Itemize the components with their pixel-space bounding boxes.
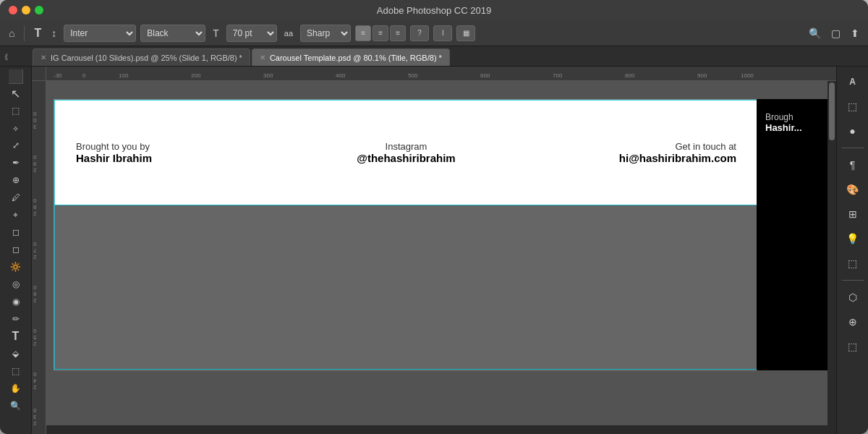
zoom-tool[interactable]: 🔍: [5, 398, 27, 414]
footer-col1-value: Hashir Ibrahim: [76, 152, 296, 164]
close-button[interactable]: [9, 6, 17, 14]
right-divider-2: [842, 280, 864, 281]
main-area: ↖ ⬚ ⟡ ⤢ ✒ ⊕ 🖊 ⌖ ◻ ◻ 🔆 ◎ ◉ ✏ T ⬙ ⬚ ✋ 🔍: [0, 67, 868, 434]
slide-canvas: Brought to you by Hashir Ibrahim Instagr…: [54, 99, 759, 370]
ruler-mark-neg30: -30: [54, 72, 62, 79]
ruler-mark-600: 600: [480, 72, 490, 79]
tab-ig-carousel[interactable]: ✕ IG Carousel (10 Slides).psd @ 25% (Sli…: [33, 48, 250, 66]
hand-tool[interactable]: ✋: [5, 380, 27, 396]
align-center-button[interactable]: ≡: [373, 25, 388, 41]
footer-col3-value: hi@hashiribrahim.com: [516, 152, 736, 164]
settings-icon[interactable]: ⬚: [843, 337, 862, 356]
eraser-tool[interactable]: ◻: [5, 242, 27, 258]
titlebar: Adobe Photoshop CC 2019: [0, 0, 868, 20]
fullscreen-button[interactable]: [35, 6, 43, 14]
grid-icon[interactable]: ⊞: [843, 205, 862, 224]
slide-top-section: Brought to you by Hashir Ibrahim Instagr…: [54, 100, 758, 205]
blur-tool[interactable]: ◎: [5, 276, 27, 292]
slide-bottom-section: [54, 205, 758, 371]
ruler-mark-300: 300: [263, 72, 273, 79]
dodge-tool[interactable]: ◉: [5, 294, 27, 310]
ruler-vert-mark-240: 240: [33, 371, 36, 391]
color-icon[interactable]: 🎨: [843, 180, 862, 199]
font-size-select[interactable]: 70 pt: [226, 25, 277, 42]
canvas-content: Brought to you by Hashir Ibrahim Instagr…: [46, 81, 836, 434]
footer-col2-value: @thehashiribrahim: [296, 152, 516, 164]
shape-tool[interactable]: ⬚: [5, 363, 27, 379]
crop-tool[interactable]: ⤢: [5, 137, 27, 153]
tabs-bar: ⟪ ✕ IG Carousel (10 Slides).psd @ 25% (S…: [0, 46, 868, 67]
font-color-select[interactable]: Black: [140, 25, 205, 42]
traffic-lights: [9, 6, 43, 14]
right-sidebar: A ⬚ ● ¶ 🎨 ⊞ 💡 ⬚ ⬡ ⊕ ⬚: [836, 67, 868, 434]
history-tool[interactable]: ◻: [5, 224, 27, 240]
adjustments-icon[interactable]: ●: [843, 122, 862, 140]
ruler-mark-200: 200: [191, 72, 200, 79]
footer-col2-label: Instagram: [296, 141, 516, 152]
ruler-vert-mark-230: 230: [33, 407, 36, 427]
ruler-vert-mark-280: 280: [33, 197, 36, 217]
ruler-mark-900: 900: [697, 72, 707, 79]
healing-tool[interactable]: ⊕: [5, 172, 27, 188]
black-panel-value: Hashir...: [765, 122, 836, 133]
properties-icon[interactable]: ⬚: [843, 97, 862, 116]
ruler-corner: [9, 69, 23, 84]
hex-icon[interactable]: ⬡: [843, 288, 862, 307]
clone-tool[interactable]: ⌖: [5, 207, 27, 223]
ruler-mark-500: 500: [408, 72, 417, 79]
canvas-area: -30 0 100 200 300 400 500 600 700 800 90…: [32, 67, 836, 434]
tab-carousel-template[interactable]: ✕ Carousel Template.psd @ 80.1% (Title, …: [252, 48, 450, 66]
selection-tool[interactable]: ⬚: [5, 103, 27, 119]
search-icon[interactable]: 🔍: [806, 27, 824, 39]
brush-tool[interactable]: 🖊: [5, 190, 27, 205]
home-icon[interactable]: ⌂: [6, 27, 17, 39]
ruler-mark-800: 800: [625, 72, 634, 79]
ruler-mark-0: 0: [82, 72, 85, 79]
black-panel: Brough Hashir...: [757, 99, 836, 370]
align-group: ≡ ≡ ≡: [355, 25, 406, 41]
glyphs-button[interactable]: ?: [410, 25, 429, 41]
tabs-collapse-left[interactable]: ⟪: [4, 52, 9, 60]
scrollbar-vertical-thumb[interactable]: [829, 82, 835, 140]
footer-col3-label: Get in touch at: [516, 141, 736, 152]
ruler-vert-mark-300: 300: [33, 111, 36, 130]
char-panel-button[interactable]: ▦: [456, 25, 475, 41]
eyedropper-tool[interactable]: ✒: [5, 155, 27, 171]
ruler-mark-700: 700: [553, 72, 562, 79]
ruler-top: -30 0 100 200 300 400 500 600 700 800 90…: [46, 67, 836, 81]
left-toolbar: ↖ ⬚ ⟡ ⤢ ✒ ⊕ 🖊 ⌖ ◻ ◻ 🔆 ◎ ◉ ✏ T ⬙ ⬚ ✋ 🔍: [0, 67, 32, 434]
type-tool[interactable]: T: [5, 328, 27, 344]
font-family-select[interactable]: Inter: [64, 25, 136, 42]
scrollbar-horizontal[interactable]: [46, 425, 827, 434]
footer-col-2: Instagram @thehashiribrahim: [296, 141, 516, 164]
ruler-mark-1000: 1000: [741, 72, 754, 79]
text-tool-icon[interactable]: T: [31, 27, 44, 40]
lasso-tool[interactable]: ⟡: [5, 120, 27, 136]
history-panel-icon[interactable]: ⬚: [843, 254, 862, 273]
align-left-button[interactable]: ≡: [355, 25, 371, 41]
toolbar: ⌂ T ↕ Inter Black T 70 pt aa Sharp ≡ ≡ ≡…: [0, 20, 868, 46]
tab-close-icon-2[interactable]: ✕: [260, 54, 265, 61]
paragraph-icon[interactable]: ¶: [843, 156, 862, 174]
antialiasing-select[interactable]: Sharp: [300, 25, 351, 42]
align-right-button[interactable]: ≡: [390, 25, 406, 41]
gradient-tool[interactable]: 🔆: [5, 259, 27, 275]
black-panel-label: Brough: [765, 112, 836, 122]
footer-col-3: Get in touch at hi@hashiribrahim.com: [516, 141, 736, 164]
scrollbar-vertical[interactable]: [827, 81, 836, 434]
tab-carousel-template-label: Carousel Template.psd @ 80.1% (Title, RG…: [270, 54, 442, 62]
move-tool[interactable]: ↖: [5, 85, 27, 101]
add-icon[interactable]: ⊕: [843, 312, 862, 331]
warp-button[interactable]: ⌇: [433, 25, 452, 41]
tab-close-icon[interactable]: ✕: [41, 54, 46, 61]
indent-icon[interactable]: ↕: [48, 27, 59, 39]
pen-tool[interactable]: ✏: [5, 311, 27, 327]
ruler-mark-100: 100: [119, 72, 128, 79]
layers-icon[interactable]: A: [843, 72, 862, 91]
light-icon[interactable]: 💡: [843, 229, 862, 248]
minimize-button[interactable]: [22, 6, 30, 14]
arrange-icon[interactable]: ▢: [828, 27, 843, 39]
ruler-vert-mark-270: 270: [33, 241, 36, 260]
share-icon[interactable]: ⬆: [848, 27, 862, 39]
path-tool[interactable]: ⬙: [5, 346, 27, 362]
